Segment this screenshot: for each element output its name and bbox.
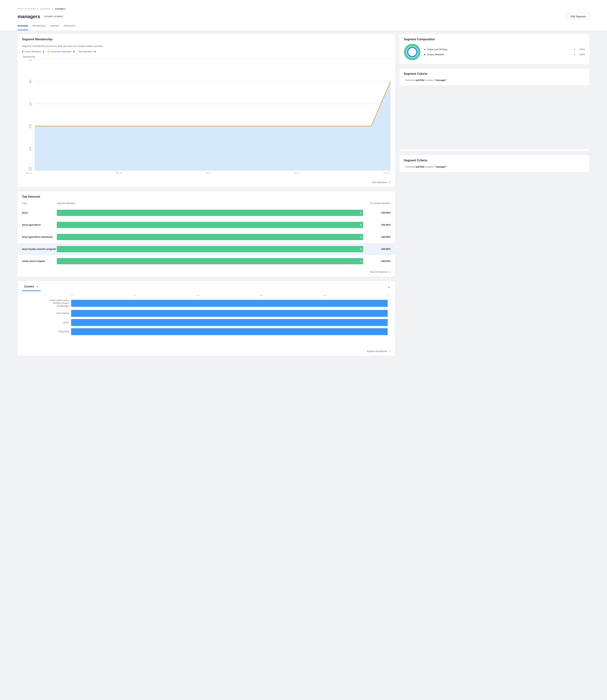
- criteria-field: jobTitle: [416, 79, 424, 82]
- legend-label: Total Members:: [78, 50, 93, 53]
- chevron-right-icon: ❯: [389, 181, 391, 184]
- svg-text:1: 1: [29, 146, 32, 151]
- close-icon[interactable]: ✕: [37, 285, 40, 288]
- x-axis-ticks: Aug 21 Aug 28 Sep 4 Sep 11 Sep 18: [22, 172, 391, 174]
- x-tick: 0: [71, 294, 72, 297]
- segment-type-badge: DYNAMIC SEGMENT: [43, 15, 65, 19]
- tab-membership[interactable]: Membership: [33, 24, 46, 30]
- table-row[interactable]: beryl loyalty rewards program4100.00%: [18, 243, 395, 255]
- link-label: View Members: [372, 181, 388, 184]
- country-label: guam: [22, 321, 71, 324]
- tab-overview[interactable]: Overview: [18, 24, 28, 30]
- table-row: faroe islands: [22, 310, 388, 317]
- legend-total: Total Members: 4: [78, 50, 96, 53]
- card-title: Segment Composition: [404, 38, 585, 41]
- chart-axis-label: Membership: [22, 56, 391, 58]
- interests-table-header: Topic Segment Members % of Active Member…: [18, 200, 395, 207]
- interest-bar: 4: [57, 210, 363, 216]
- country-label: faroe islands: [22, 312, 71, 315]
- tab-distribution[interactable]: Distribution: [64, 24, 76, 30]
- table-row[interactable]: beryl agriculture4100.00%: [18, 219, 395, 231]
- chevron-right-icon: ❯: [37, 8, 38, 10]
- interest-topic: beryl: [22, 211, 57, 214]
- x-tick: 0.4: [196, 294, 199, 297]
- card-title: Segment Criteria: [404, 159, 585, 162]
- card-title: Segment Criteria: [404, 72, 585, 76]
- breadcrumb-current: managers: [55, 7, 65, 10]
- country-label: hong kong: [22, 330, 71, 333]
- breadcrumb-segments[interactable]: Segments: [40, 7, 50, 10]
- legend-known: Known Members: 4: [22, 50, 44, 53]
- country-bar: [71, 300, 388, 307]
- col-header-topic: Topic: [22, 202, 57, 205]
- bar-value: 4: [360, 235, 361, 238]
- interest-bar: 4: [57, 234, 363, 240]
- card-subtitle: Segment membership processes daily and d…: [22, 45, 391, 47]
- chevron-right-icon: ❯: [389, 271, 391, 273]
- breadcrumb-root[interactable]: Beryl Commerce: [18, 7, 35, 10]
- membership-area-chart: 5 4 3 2 1 0 Aug 21 Aug 28: [22, 59, 391, 174]
- breakdown-tab-country[interactable]: Country ✕: [22, 283, 41, 291]
- x-tick: Aug 28: [116, 172, 122, 174]
- explore-breakdown-link[interactable]: Explore Breakdown ❯: [18, 346, 395, 356]
- view-members-link[interactable]: View Members ❯: [18, 178, 395, 187]
- chevron-right-icon: ❯: [52, 8, 53, 10]
- x-tick: 0.2: [133, 294, 136, 297]
- col-header-members: Segment Members: [57, 202, 363, 205]
- legend-value: 4: [43, 50, 44, 53]
- criteria-op: contains: [425, 79, 434, 82]
- interest-bar: 4: [57, 258, 363, 264]
- interest-bar: 4: [57, 222, 363, 228]
- svg-text:3: 3: [29, 101, 32, 107]
- country-breakdown-card: Country ✕ + 0 0.2 0.4 0.6 0.8 1 british …: [18, 281, 395, 356]
- criteria-value: "manager": [435, 165, 447, 168]
- criteria-entity: Individual: [405, 79, 415, 82]
- criteria-entity: Individual: [405, 165, 415, 168]
- criteria-expression: Individual jobTitle contains "manager": [404, 163, 585, 169]
- tabs: Overview Membership Interests Distributi…: [18, 24, 589, 30]
- tab-label: Country: [24, 285, 34, 288]
- add-breakdown-button[interactable]: +: [388, 285, 391, 290]
- top-interests-card: Top Interests Topic Segment Members % of…: [18, 191, 395, 277]
- table-row[interactable]: beryl4100.00%: [18, 207, 395, 219]
- x-tick: Sep 18: [383, 172, 390, 174]
- tab-interests[interactable]: Interests: [50, 24, 59, 30]
- x-tick: 0.8: [323, 294, 326, 297]
- col-header-pct: % of Active Members: [363, 202, 391, 205]
- card-title: Segment Membership: [22, 38, 391, 41]
- composition-count: 4: [570, 53, 575, 56]
- x-tick: Aug 21: [26, 172, 33, 174]
- interest-pct: 100.00%: [363, 235, 391, 238]
- composition-donut-chart: [404, 44, 421, 60]
- x-tick: Sep 4: [205, 172, 211, 174]
- interest-pct: 100.00%: [363, 211, 391, 214]
- table-row: hong kong: [22, 328, 388, 335]
- link-label: Explore Breakdown: [367, 350, 388, 353]
- legend-value: 0: [73, 50, 75, 53]
- bar-value: 4: [360, 260, 361, 262]
- x-tick: 1: [386, 294, 388, 297]
- view-all-interests-link[interactable]: View All Interests ❯: [18, 267, 395, 277]
- segment-criteria-card: Segment Criteria Individual jobTitle con…: [399, 68, 589, 86]
- interest-topic: beryl loyalty rewards program: [22, 248, 57, 250]
- country-bar: [71, 310, 388, 317]
- table-row[interactable]: beryl agriculture wholesale4100.00%: [18, 231, 395, 243]
- bar-value: 4: [360, 211, 361, 214]
- svg-point-13: [407, 47, 417, 57]
- table-row[interactable]: center pivot irrigator4100.00%: [18, 255, 395, 267]
- page-title: managers: [18, 14, 40, 19]
- legend-label: Known Members:: [24, 50, 42, 53]
- table-row: british indian ocean territory (chagos a…: [22, 299, 388, 308]
- edit-segment-button[interactable]: Edit Segment: [567, 13, 589, 20]
- country-label: british indian ocean territory (chagos a…: [22, 299, 71, 308]
- interest-topic: center pivot irrigator: [22, 260, 57, 262]
- chevron-right-icon: ❯: [389, 350, 391, 353]
- bar-value: 4: [360, 224, 361, 226]
- svg-text:0: 0: [29, 166, 32, 171]
- segment-membership-card: Segment Membership Segment membership pr…: [18, 34, 395, 187]
- dot-icon: [48, 51, 49, 52]
- composition-pct: 100%: [577, 48, 585, 51]
- country-bar: [71, 328, 388, 335]
- interest-bar: 4: [57, 246, 363, 252]
- interest-pct: 100.00%: [363, 224, 391, 226]
